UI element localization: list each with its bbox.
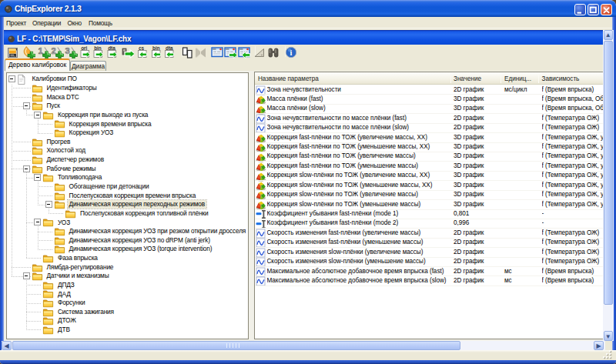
svg-text:dta: dta (108, 46, 116, 51)
svg-text:cs: cs (139, 46, 145, 51)
svg-text:ori: ori (81, 46, 87, 51)
svg-text:1: 1 (38, 46, 42, 55)
svg-text:i: i (290, 48, 293, 57)
svg-text:bin: bin (94, 46, 102, 51)
svg-text:3: 3 (65, 46, 69, 55)
svg-text:dta: dta (166, 46, 173, 51)
svg-text:bin: bin (152, 46, 160, 51)
svg-text:2: 2 (52, 46, 56, 55)
